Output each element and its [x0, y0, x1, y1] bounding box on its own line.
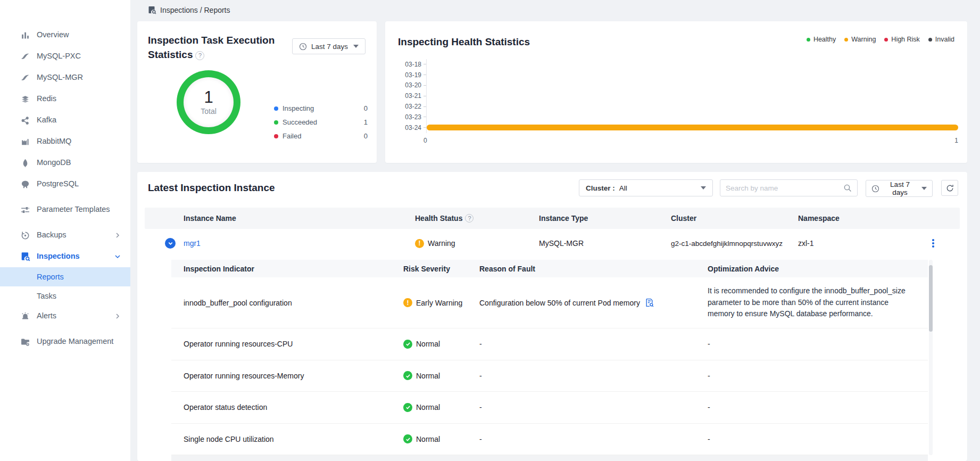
sidebar-item-mysql-mgr[interactable]: MySQL-MGR	[0, 67, 130, 88]
sidebar-item-upgrade-management[interactable]: Upgrade Management	[0, 327, 130, 357]
advice-value: -	[708, 435, 928, 443]
mysql-dolphin-icon	[20, 73, 30, 83]
legend-item-warning[interactable]: Warning	[844, 36, 876, 43]
mysql-dolphin-icon	[20, 52, 30, 62]
sidebar-item-rabbitmq[interactable]: RabbitMQ	[0, 131, 130, 152]
y-axis-tick-label: 03-19	[398, 71, 421, 79]
sidebar-item-tasks[interactable]: Tasks	[0, 286, 130, 306]
sidebar-item-mongodb[interactable]: MongoDB	[0, 152, 130, 174]
legend-dot	[274, 120, 278, 125]
col-inspection-indicator: Inspection Indicator	[171, 265, 403, 273]
backup-restore-icon	[20, 230, 30, 241]
normal-check-icon	[403, 371, 412, 380]
inspection-detail-table: Inspection Indicator Risk Severity Reaso…	[171, 260, 928, 461]
alarm-icon	[20, 311, 30, 322]
donut-total-value: 1	[204, 89, 213, 106]
detail-row: Operator running resources-CPU Normal - …	[171, 328, 928, 360]
postgresql-elephant-icon	[20, 179, 30, 190]
legend-dot	[884, 38, 888, 42]
sidebar-item-label: Upgrade Management	[37, 336, 121, 347]
advice-value: -	[708, 372, 928, 380]
sidebar: Overview MySQL-PXC MySQL-MGR Redis Kafka…	[0, 0, 130, 461]
view-report-icon[interactable]	[645, 298, 654, 307]
collapse-row-button[interactable]	[165, 238, 176, 249]
sidebar-item-label: Backups	[37, 230, 114, 241]
cluster-filter-select[interactable]: Cluster : All	[579, 179, 713, 196]
row-actions-menu[interactable]	[928, 239, 939, 248]
sidebar-item-redis[interactable]: Redis	[0, 88, 130, 110]
health-bar-chart: 03-1803-1903-2003-2103-2203-2303-24 0 1	[398, 59, 958, 144]
advice-value: It is recommended to configure the innod…	[708, 280, 928, 325]
sidebar-item-backups[interactable]: Backups	[0, 225, 130, 246]
clock-icon	[299, 43, 307, 51]
legend-value: 0	[364, 132, 368, 140]
instance-name-link[interactable]: mgr1	[184, 239, 201, 248]
advice-value: -	[708, 340, 928, 348]
sidebar-item-overview[interactable]: Overview	[0, 24, 130, 46]
instance-row: mgr1 ! Warning MySQL-MGR g2-c1-abcdefghi…	[145, 229, 960, 258]
reason-value: -	[479, 435, 708, 443]
caret-down-icon	[701, 186, 706, 190]
sidebar-item-alerts[interactable]: Alerts	[0, 306, 130, 327]
y-axis-tick-label: 03-24	[398, 124, 421, 131]
date-range-dropdown[interactable]: Last 7 days	[292, 38, 366, 54]
legend-dot	[274, 134, 278, 138]
bar-segment-warning[interactable]	[427, 125, 958, 130]
legend-item-failed[interactable]: Failed 0	[274, 132, 368, 140]
legend-item-inspecting[interactable]: Inspecting 0	[274, 104, 368, 112]
indicator-value: Single node CPU utilization	[171, 435, 403, 443]
date-range-label: Last 7 days	[883, 180, 917, 196]
breadcrumb[interactable]: Inspections / Reports	[148, 6, 230, 14]
legend-dot	[807, 38, 810, 42]
col-health-status: Health Status ?	[415, 214, 539, 223]
sidebar-item-parameter-templates[interactable]: Parameter Templates	[0, 195, 130, 225]
legend-item-healthy[interactable]: Healthy	[807, 36, 836, 43]
indicator-value: Operator running resources-CPU	[171, 340, 403, 348]
health-stats-card: Inspecting Health Statistics Healthy War…	[385, 21, 967, 163]
sidebar-item-reports[interactable]: Reports	[0, 267, 130, 286]
legend-item-high-risk[interactable]: High Risk	[884, 36, 920, 43]
help-icon[interactable]: ?	[195, 51, 204, 60]
legend-dot	[274, 106, 278, 111]
col-instance-name: Instance Name	[184, 214, 415, 223]
legend-value: 0	[364, 104, 368, 112]
x-axis-labels: 0 1	[423, 133, 958, 144]
sidebar-item-kafka[interactable]: Kafka	[0, 110, 130, 131]
cluster-value: g2-c1-abcdefghijklmnopqrstuvwxyz	[671, 240, 798, 248]
donut-center: 1 Total	[184, 77, 234, 127]
y-axis-tick-label: 03-21	[398, 92, 421, 100]
donut-chart: 1 Total	[177, 70, 240, 134]
health-chart-row: 03-18	[398, 59, 958, 70]
help-icon[interactable]: ?	[465, 214, 474, 223]
next-section-strip	[171, 455, 928, 461]
search-input[interactable]	[726, 184, 843, 192]
latest-inspection-card: Latest Inspection Instance Cluster : All…	[137, 172, 967, 461]
health-legend: Healthy Warning High Risk Invalid	[807, 36, 954, 43]
refresh-button[interactable]	[941, 180, 958, 196]
sidebar-item-mysql-pxc[interactable]: MySQL-PXC	[0, 46, 130, 67]
legend-item-succeeded[interactable]: Succeeded 1	[274, 118, 368, 126]
kafka-network-icon	[20, 116, 30, 126]
col-namespace: Namespace	[798, 214, 928, 223]
health-chart-row: 03-23	[398, 112, 958, 122]
scrollbar-thumb[interactable]	[929, 265, 933, 332]
legend-dot	[928, 38, 932, 42]
health-status-value: Warning	[428, 239, 455, 248]
normal-check-icon	[403, 434, 412, 443]
date-range-dropdown[interactable]: Last 7 days	[866, 180, 933, 197]
sidebar-subitem-label: Tasks	[37, 292, 56, 300]
chevron-down-icon	[114, 253, 121, 260]
sidebar-item-label: Overview	[37, 30, 121, 40]
detail-row: innodb_buffer_pool configuration ! Early…	[171, 277, 928, 328]
rabbitmq-icon	[20, 137, 30, 147]
indicator-value: Operator status detection	[171, 403, 403, 411]
legend-label: Failed	[283, 132, 301, 140]
search-icon[interactable]	[843, 184, 852, 192]
cluster-filter-label: Cluster :	[586, 184, 615, 192]
legend-item-invalid[interactable]: Invalid	[928, 36, 954, 43]
health-chart-row: 03-20	[398, 80, 958, 91]
sidebar-item-inspections[interactable]: Inspections	[0, 246, 130, 267]
legend-value: 1	[364, 118, 368, 126]
donut-total-label: Total	[201, 107, 217, 116]
sidebar-item-postgresql[interactable]: PostgreSQL	[0, 174, 130, 195]
